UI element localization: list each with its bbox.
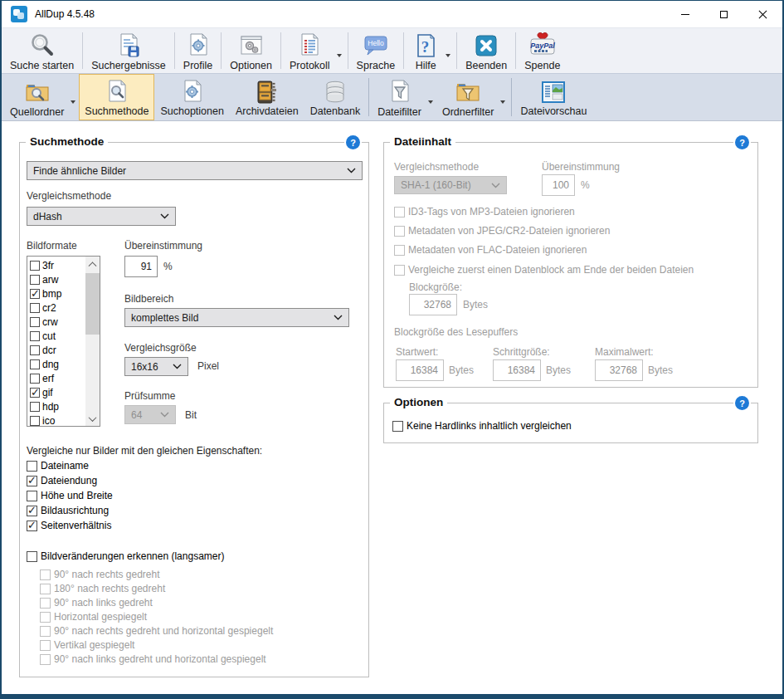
folder-filter-dropdown-arrow-icon[interactable] [500,100,505,106]
compare-size-select[interactable]: 16x16 [124,357,188,376]
format-list-item[interactable]: dcr [30,343,85,357]
comparison-method-select[interactable]: dHash [27,207,176,226]
options-button[interactable]: Optionen [224,28,278,74]
close-button[interactable] [743,1,782,27]
checkbox-unchecked-icon[interactable] [27,491,37,501]
format-list-item[interactable]: crw [30,315,85,329]
checkbox-unchecked-icon[interactable] [30,416,40,426]
listbox-scrollbar[interactable] [85,257,100,426]
help-icon[interactable]: ? [346,135,360,149]
checkbox-checked-icon[interactable] [27,521,37,531]
format-list-item[interactable]: 3fr [30,258,85,272]
checksum-select: 64 [124,405,176,424]
start-search-button[interactable]: Suche starten [4,28,80,74]
search-results-icon [115,32,142,61]
checkbox-label: Bildveränderungen erkennen (langsamer) [41,550,224,562]
checkbox-label: Bildausrichtung [41,505,109,516]
checkbox-checked-icon[interactable] [27,476,37,486]
property-checkbox-row[interactable]: Höhe und Breite [27,490,113,501]
checkbox-unchecked-icon[interactable] [30,402,40,412]
checkbox-checked-icon[interactable] [30,289,40,299]
scroll-down-icon[interactable] [85,412,100,426]
buffer-max-input [595,359,643,381]
toolbar-button-label: Dateifilter [377,107,421,118]
help-icon[interactable]: ? [735,135,749,149]
fc-checkbox-row: Vergleiche zuerst einen Datenblock am En… [394,264,694,276]
image-formats-listbox[interactable]: 3fr arw bmp cr2 crw cut dcr dng erf gif … [27,256,100,427]
search-results-button[interactable]: Suchergebnisse [85,28,172,74]
format-list-item[interactable]: cr2 [30,301,85,315]
fc-checkbox-row: Metadaten von JPEG/CR2-Dateien ignoriere… [394,225,610,237]
log-dropdown-arrow-icon[interactable] [337,54,342,60]
checkbox-unchecked-icon[interactable] [27,461,37,472]
database-tab[interactable]: Datenbank [304,74,366,120]
checkbox-unchecked-icon[interactable] [30,275,40,285]
log-button[interactable]: Protokoll [284,28,336,74]
format-label: dcr [42,345,56,356]
file-preview-tab[interactable]: Dateivorschau [514,74,592,120]
language-button[interactable]: Hello Sprache [351,28,402,74]
scrollbar-track[interactable] [85,271,100,412]
file-filter-dropdown-arrow-icon[interactable] [428,100,433,106]
exit-button[interactable]: Beenden [460,28,513,74]
format-list-item[interactable]: erf [30,371,85,385]
folder-filter-icon [453,78,483,107]
maximize-button[interactable] [704,1,743,27]
checkbox-unchecked-icon[interactable] [392,421,403,432]
profile-button[interactable]: Profile [178,28,218,74]
search-method-selected-value: Finde ähnliche Bilder [33,165,126,177]
group-title: Dateiinhalt [390,135,455,148]
checkbox-unchecked-icon[interactable] [30,374,40,384]
property-checkbox-row[interactable]: Seitenverhältnis [27,520,111,531]
format-list-item[interactable]: ico [30,413,85,427]
format-list-item[interactable]: gif [30,385,85,399]
scrollbar-thumb[interactable] [85,273,100,335]
archive-files-tab[interactable]: Archivdateien [230,74,304,120]
checkbox-unchecked-icon[interactable] [27,551,37,562]
checkbox-label: Dateiname [41,460,89,472]
chevron-down-icon [173,364,182,369]
search-method-tab[interactable]: Suchmethode [79,74,154,120]
source-folders-dropdown-arrow-icon[interactable] [71,100,75,106]
detect-transforms-checkbox-row[interactable]: Bildveränderungen erkennen (langsamer) [27,550,224,562]
buffer-step-input [493,359,541,381]
checkbox-unchecked-icon[interactable] [30,261,40,271]
help-button[interactable]: ? Hilfe [407,28,445,74]
checkbox-unchecked-icon[interactable] [30,303,40,313]
donate-button[interactable]: PayPal Spende [519,28,566,74]
property-checkbox-row[interactable]: Dateiname [27,460,89,472]
checkbox-unchecked-icon[interactable] [30,317,40,327]
format-list-item[interactable]: cut [30,329,85,343]
minimize-button[interactable] [665,1,704,27]
format-list-item[interactable]: bmp [30,286,85,301]
format-list-item[interactable]: hdp [30,399,85,413]
help-icon[interactable]: ? [735,396,749,410]
checkbox-unchecked-icon[interactable] [30,331,40,341]
format-list-item[interactable]: arw [30,272,85,286]
checkbox-label: Metadaten von JPEG/CR2-Dateien ignoriere… [408,225,610,237]
help-dropdown-arrow-icon[interactable] [446,54,450,60]
checkbox-unchecked-icon[interactable] [30,359,40,369]
buffer-max-label: Maximalwert: [595,346,654,358]
property-checkbox-row[interactable]: Dateiendung [27,475,97,486]
checkbox-checked-icon[interactable] [30,388,40,398]
hardlinks-checkbox-row[interactable]: Keine Hardlinks inhaltlich vergleichen [392,420,572,432]
format-label: ico [42,415,55,427]
transform-option-row: 90° nach rechts gedreht [40,569,160,580]
archive-icon [253,77,281,106]
format-list-item[interactable]: dng [30,357,85,371]
checkbox-checked-icon[interactable] [27,506,37,516]
file-filter-tab[interactable]: Dateifilter [372,75,427,120]
alldup-logo-icon [11,6,27,22]
toolbar-separator [368,78,369,116]
search-method-select[interactable]: Finde ähnliche Bilder [27,161,363,180]
match-input[interactable] [124,256,158,277]
checkbox-unchecked-icon[interactable] [30,345,40,355]
search-options-tab[interactable]: Suchoptionen [154,74,229,120]
scroll-up-icon[interactable] [85,257,100,271]
property-checkbox-row[interactable]: Bildausrichtung [27,505,109,516]
folder-filter-tab[interactable]: Ordnerfilter [436,75,500,120]
image-area-select[interactable]: komplettes Bild [124,308,349,327]
source-folders-button[interactable]: Quellordner [4,75,70,120]
comparison-method-selected-value: dHash [33,211,62,222]
